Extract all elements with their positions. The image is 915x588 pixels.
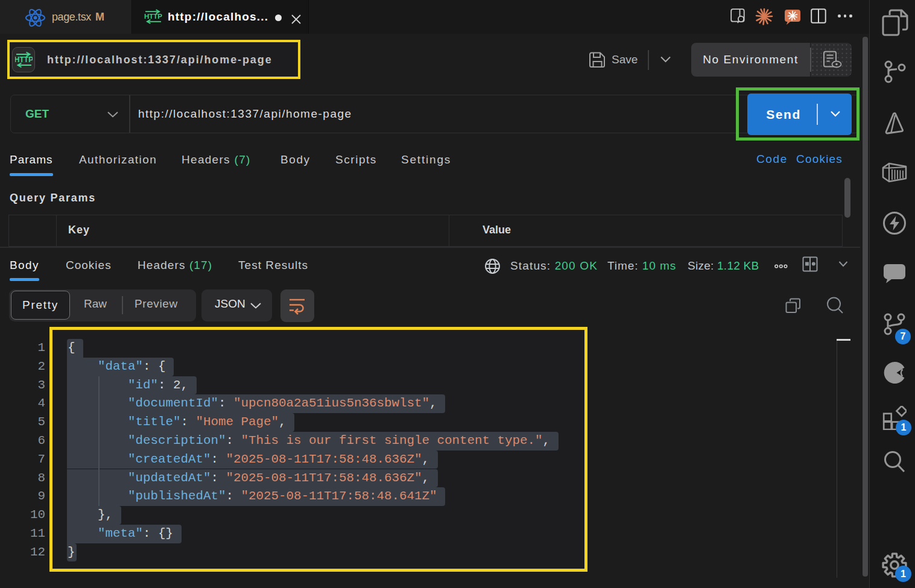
svg-text:HTTP: HTTP bbox=[15, 55, 33, 64]
svg-text:HTTP: HTTP bbox=[144, 13, 162, 20]
